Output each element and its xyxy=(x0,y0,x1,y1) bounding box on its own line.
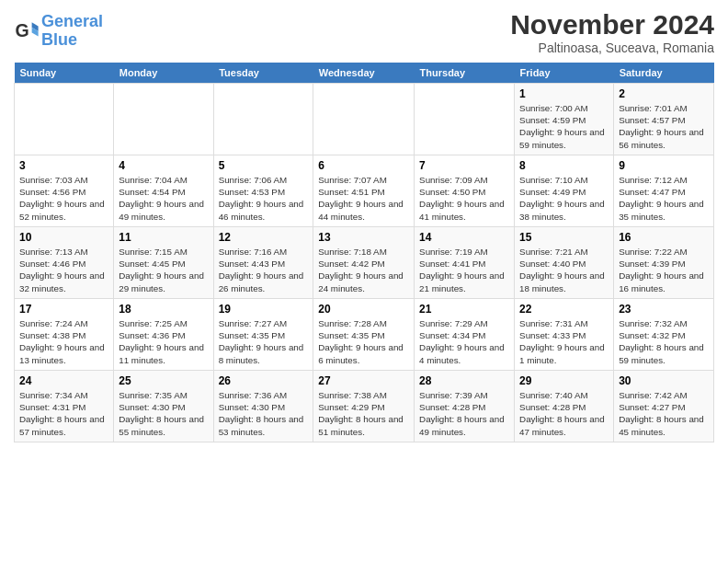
logo-blue: Blue xyxy=(41,30,77,49)
col-tuesday: Tuesday xyxy=(213,63,313,84)
day-info: Sunrise: 7:35 AMSunset: 4:30 PMDaylight:… xyxy=(119,389,208,438)
table-row: 9Sunrise: 7:12 AMSunset: 4:47 PMDaylight… xyxy=(614,155,714,227)
day-number: 15 xyxy=(519,231,609,244)
table-row: 17Sunrise: 7:24 AMSunset: 4:38 PMDayligh… xyxy=(15,299,114,371)
day-info: Sunrise: 7:40 AMSunset: 4:28 PMDaylight:… xyxy=(519,389,609,438)
day-number: 10 xyxy=(19,231,108,244)
day-number: 23 xyxy=(619,303,709,316)
day-info: Sunrise: 7:19 AMSunset: 4:41 PMDaylight:… xyxy=(419,246,509,294)
table-row: 30Sunrise: 7:42 AMSunset: 4:27 PMDayligh… xyxy=(614,371,714,442)
table-row: 26Sunrise: 7:36 AMSunset: 4:30 PMDayligh… xyxy=(213,371,313,442)
day-info: Sunrise: 7:06 AMSunset: 4:53 PMDaylight:… xyxy=(219,174,309,223)
table-row: 16Sunrise: 7:22 AMSunset: 4:39 PMDayligh… xyxy=(614,227,714,299)
table-row: 15Sunrise: 7:21 AMSunset: 4:40 PMDayligh… xyxy=(515,227,614,299)
day-info: Sunrise: 7:27 AMSunset: 4:35 PMDaylight:… xyxy=(219,317,309,366)
table-row xyxy=(313,84,415,155)
col-saturday: Saturday xyxy=(614,63,714,84)
logo-text: General Blue xyxy=(41,13,103,50)
table-row: 23Sunrise: 7:32 AMSunset: 4:32 PMDayligh… xyxy=(614,299,714,371)
table-row: 24Sunrise: 7:34 AMSunset: 4:31 PMDayligh… xyxy=(15,371,114,442)
day-number: 27 xyxy=(318,374,409,387)
day-number: 28 xyxy=(419,374,509,387)
table-row: 25Sunrise: 7:35 AMSunset: 4:30 PMDayligh… xyxy=(114,371,213,442)
calendar-week-row: 3Sunrise: 7:03 AMSunset: 4:56 PMDaylight… xyxy=(15,155,714,227)
day-number: 24 xyxy=(19,374,108,387)
day-number: 7 xyxy=(419,159,509,172)
day-number: 8 xyxy=(519,159,609,172)
table-row: 27Sunrise: 7:38 AMSunset: 4:29 PMDayligh… xyxy=(313,371,415,442)
table-row: 21Sunrise: 7:29 AMSunset: 4:34 PMDayligh… xyxy=(415,299,515,371)
day-info: Sunrise: 7:42 AMSunset: 4:27 PMDaylight:… xyxy=(619,389,709,438)
logo-icon: G xyxy=(14,18,40,44)
day-number: 20 xyxy=(318,303,409,316)
day-info: Sunrise: 7:29 AMSunset: 4:34 PMDaylight:… xyxy=(419,317,509,366)
table-row xyxy=(415,84,515,155)
table-row xyxy=(114,84,213,155)
logo: G General Blue xyxy=(14,13,103,50)
day-info: Sunrise: 7:25 AMSunset: 4:36 PMDaylight:… xyxy=(119,317,208,366)
day-info: Sunrise: 7:22 AMSunset: 4:39 PMDaylight:… xyxy=(619,246,709,294)
header-row: Sunday Monday Tuesday Wednesday Thursday… xyxy=(15,63,714,84)
calendar-week-row: 10Sunrise: 7:13 AMSunset: 4:46 PMDayligh… xyxy=(15,227,714,299)
day-info: Sunrise: 7:00 AMSunset: 4:59 PMDaylight:… xyxy=(519,102,609,151)
day-info: Sunrise: 7:34 AMSunset: 4:31 PMDaylight:… xyxy=(19,389,108,438)
table-row: 5Sunrise: 7:06 AMSunset: 4:53 PMDaylight… xyxy=(213,155,313,227)
logo-general: General xyxy=(41,12,103,30)
table-row: 12Sunrise: 7:16 AMSunset: 4:43 PMDayligh… xyxy=(213,227,313,299)
day-number: 30 xyxy=(619,374,709,387)
day-number: 21 xyxy=(419,303,509,316)
location-subtitle: Paltinoasa, Suceava, Romania xyxy=(510,40,714,55)
table-row: 8Sunrise: 7:10 AMSunset: 4:49 PMDaylight… xyxy=(515,155,614,227)
table-row: 7Sunrise: 7:09 AMSunset: 4:50 PMDaylight… xyxy=(415,155,515,227)
day-info: Sunrise: 7:28 AMSunset: 4:35 PMDaylight:… xyxy=(318,317,409,366)
calendar-table: Sunday Monday Tuesday Wednesday Thursday… xyxy=(14,63,714,442)
day-number: 25 xyxy=(119,374,208,387)
table-row: 4Sunrise: 7:04 AMSunset: 4:54 PMDaylight… xyxy=(114,155,213,227)
day-number: 19 xyxy=(219,303,309,316)
title-block: November 2024 Paltinoasa, Suceava, Roman… xyxy=(510,9,714,55)
day-info: Sunrise: 7:04 AMSunset: 4:54 PMDaylight:… xyxy=(119,174,208,223)
page-container: G General Blue November 2024 Paltinoasa,… xyxy=(0,0,728,452)
day-number: 13 xyxy=(318,231,409,244)
day-number: 26 xyxy=(219,374,309,387)
table-row: 10Sunrise: 7:13 AMSunset: 4:46 PMDayligh… xyxy=(15,227,114,299)
col-wednesday: Wednesday xyxy=(313,63,415,84)
day-number: 22 xyxy=(519,303,609,316)
calendar-week-row: 24Sunrise: 7:34 AMSunset: 4:31 PMDayligh… xyxy=(15,371,714,442)
table-row xyxy=(213,84,313,155)
table-row: 14Sunrise: 7:19 AMSunset: 4:41 PMDayligh… xyxy=(415,227,515,299)
day-number: 6 xyxy=(318,159,409,172)
table-row: 2Sunrise: 7:01 AMSunset: 4:57 PMDaylight… xyxy=(614,84,714,155)
day-number: 5 xyxy=(219,159,309,172)
header: G General Blue November 2024 Paltinoasa,… xyxy=(14,9,714,55)
table-row: 3Sunrise: 7:03 AMSunset: 4:56 PMDaylight… xyxy=(15,155,114,227)
day-info: Sunrise: 7:31 AMSunset: 4:33 PMDaylight:… xyxy=(519,317,609,366)
day-number: 14 xyxy=(419,231,509,244)
day-number: 29 xyxy=(519,374,609,387)
day-number: 9 xyxy=(619,159,709,172)
day-number: 18 xyxy=(119,303,208,316)
table-row: 13Sunrise: 7:18 AMSunset: 4:42 PMDayligh… xyxy=(313,227,415,299)
day-info: Sunrise: 7:12 AMSunset: 4:47 PMDaylight:… xyxy=(619,174,709,223)
calendar-week-row: 17Sunrise: 7:24 AMSunset: 4:38 PMDayligh… xyxy=(15,299,714,371)
day-info: Sunrise: 7:09 AMSunset: 4:50 PMDaylight:… xyxy=(419,174,509,223)
day-info: Sunrise: 7:15 AMSunset: 4:45 PMDaylight:… xyxy=(119,246,208,294)
day-info: Sunrise: 7:21 AMSunset: 4:40 PMDaylight:… xyxy=(519,246,609,294)
table-row: 6Sunrise: 7:07 AMSunset: 4:51 PMDaylight… xyxy=(313,155,415,227)
table-row: 1Sunrise: 7:00 AMSunset: 4:59 PMDaylight… xyxy=(515,84,614,155)
table-row: 19Sunrise: 7:27 AMSunset: 4:35 PMDayligh… xyxy=(213,299,313,371)
day-number: 4 xyxy=(119,159,208,172)
day-info: Sunrise: 7:03 AMSunset: 4:56 PMDaylight:… xyxy=(19,174,108,223)
table-row: 29Sunrise: 7:40 AMSunset: 4:28 PMDayligh… xyxy=(515,371,614,442)
day-info: Sunrise: 7:01 AMSunset: 4:57 PMDaylight:… xyxy=(619,102,709,151)
month-year-title: November 2024 xyxy=(510,9,714,40)
day-info: Sunrise: 7:07 AMSunset: 4:51 PMDaylight:… xyxy=(318,174,409,223)
table-row xyxy=(15,84,114,155)
day-number: 17 xyxy=(19,303,108,316)
day-info: Sunrise: 7:16 AMSunset: 4:43 PMDaylight:… xyxy=(219,246,309,294)
day-info: Sunrise: 7:38 AMSunset: 4:29 PMDaylight:… xyxy=(318,389,409,438)
day-number: 11 xyxy=(119,231,208,244)
col-monday: Monday xyxy=(114,63,213,84)
day-number: 12 xyxy=(219,231,309,244)
day-info: Sunrise: 7:10 AMSunset: 4:49 PMDaylight:… xyxy=(519,174,609,223)
